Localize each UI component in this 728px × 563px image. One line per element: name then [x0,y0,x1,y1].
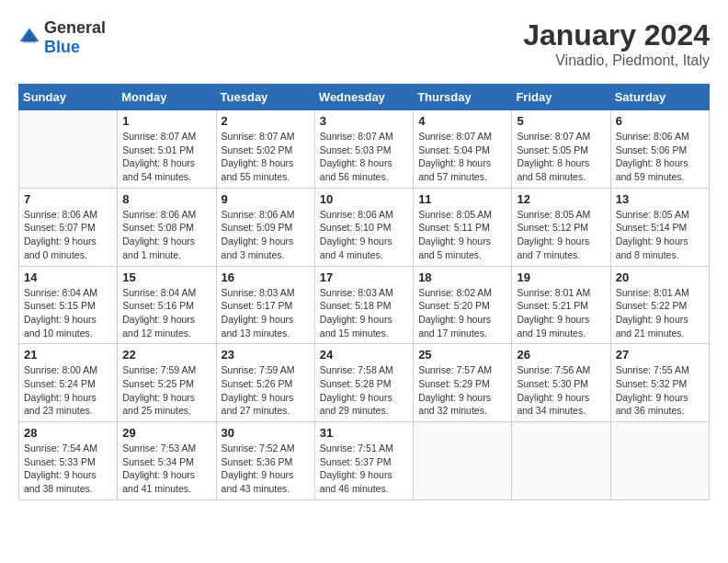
header-tuesday: Tuesday [216,85,314,110]
day-number: 11 [418,192,506,206]
day-cell [610,422,709,500]
day-info: Sunrise: 8:06 AMSunset: 5:09 PMDaylight:… [222,208,310,262]
header-monday: Monday [118,85,216,110]
day-number: 21 [24,348,112,362]
day-info: Sunrise: 8:03 AMSunset: 5:17 PMDaylight:… [222,286,310,340]
day-info: Sunrise: 8:02 AMSunset: 5:20 PMDaylight:… [418,286,506,340]
day-cell: 23Sunrise: 7:59 AMSunset: 5:26 PMDayligh… [216,344,314,422]
day-number: 14 [24,270,112,284]
day-number: 28 [24,426,112,440]
logo-text: General Blue [44,18,106,57]
day-info: Sunrise: 8:05 AMSunset: 5:14 PMDaylight:… [616,208,704,262]
day-cell: 6Sunrise: 8:06 AMSunset: 5:06 PMDaylight… [610,110,709,189]
logo-blue: Blue [44,38,80,56]
header-friday: Friday [512,85,610,110]
day-number: 15 [122,270,210,284]
day-cell: 7Sunrise: 8:06 AMSunset: 5:07 PMDaylight… [19,188,118,266]
page-header: General Blue January 2024 Vinadio, Piedm… [18,18,710,69]
day-info: Sunrise: 8:07 AMSunset: 5:05 PMDaylight:… [517,130,605,184]
day-number: 26 [517,348,605,362]
calendar-table: SundayMondayTuesdayWednesdayThursdayFrid… [18,84,710,500]
day-info: Sunrise: 8:05 AMSunset: 5:11 PMDaylight:… [418,208,506,262]
day-cell: 11Sunrise: 8:05 AMSunset: 5:11 PMDayligh… [414,188,512,266]
day-info: Sunrise: 8:04 AMSunset: 5:16 PMDaylight:… [122,286,210,340]
day-cell: 26Sunrise: 7:56 AMSunset: 5:30 PMDayligh… [512,344,610,422]
header-sunday: Sunday [19,85,118,110]
day-info: Sunrise: 7:52 AMSunset: 5:36 PMDaylight:… [222,442,310,496]
logo-general: General [44,18,106,37]
day-number: 23 [222,348,310,362]
day-number: 30 [222,426,310,440]
day-info: Sunrise: 8:06 AMSunset: 5:08 PMDaylight:… [122,208,210,262]
day-cell: 22Sunrise: 7:59 AMSunset: 5:25 PMDayligh… [118,344,216,422]
day-info: Sunrise: 7:54 AMSunset: 5:33 PMDaylight:… [24,442,112,496]
day-cell: 25Sunrise: 7:57 AMSunset: 5:29 PMDayligh… [414,344,512,422]
day-number: 25 [418,348,506,362]
day-number: 29 [122,426,210,440]
day-number: 1 [122,114,210,128]
day-cell: 5Sunrise: 8:07 AMSunset: 5:05 PMDaylight… [512,110,610,189]
day-info: Sunrise: 7:56 AMSunset: 5:30 PMDaylight:… [517,363,605,418]
logo-icon [18,27,40,49]
week-row-4: 21Sunrise: 8:00 AMSunset: 5:24 PMDayligh… [19,344,710,422]
day-number: 18 [418,270,506,284]
day-cell: 8Sunrise: 8:06 AMSunset: 5:08 PMDaylight… [118,188,216,266]
day-info: Sunrise: 7:53 AMSunset: 5:34 PMDaylight:… [122,442,210,496]
week-row-2: 7Sunrise: 8:06 AMSunset: 5:07 PMDaylight… [19,188,710,266]
day-info: Sunrise: 8:04 AMSunset: 5:15 PMDaylight:… [24,286,112,340]
day-number: 13 [616,192,704,206]
day-info: Sunrise: 7:59 AMSunset: 5:25 PMDaylight:… [122,363,210,418]
week-row-5: 28Sunrise: 7:54 AMSunset: 5:33 PMDayligh… [19,422,710,500]
day-cell: 30Sunrise: 7:52 AMSunset: 5:36 PMDayligh… [216,422,314,500]
day-number: 5 [517,114,605,128]
day-number: 10 [320,192,408,206]
day-info: Sunrise: 8:01 AMSunset: 5:21 PMDaylight:… [517,286,605,340]
day-cell [19,110,118,189]
day-cell: 24Sunrise: 7:58 AMSunset: 5:28 PMDayligh… [314,344,413,422]
day-cell: 29Sunrise: 7:53 AMSunset: 5:34 PMDayligh… [118,422,216,500]
day-cell: 10Sunrise: 8:06 AMSunset: 5:10 PMDayligh… [314,188,413,266]
day-number: 20 [616,270,704,284]
week-row-1: 1Sunrise: 8:07 AMSunset: 5:01 PMDaylight… [19,110,710,189]
day-info: Sunrise: 8:07 AMSunset: 5:01 PMDaylight:… [122,130,210,184]
day-cell: 15Sunrise: 8:04 AMSunset: 5:16 PMDayligh… [118,266,216,344]
day-cell: 20Sunrise: 8:01 AMSunset: 5:22 PMDayligh… [610,266,709,344]
day-cell: 14Sunrise: 8:04 AMSunset: 5:15 PMDayligh… [19,266,118,344]
day-cell: 12Sunrise: 8:05 AMSunset: 5:12 PMDayligh… [512,188,610,266]
day-info: Sunrise: 8:03 AMSunset: 5:18 PMDaylight:… [320,286,408,340]
day-cell: 17Sunrise: 8:03 AMSunset: 5:18 PMDayligh… [314,266,413,344]
day-number: 17 [320,270,408,284]
day-info: Sunrise: 7:58 AMSunset: 5:28 PMDaylight:… [320,363,408,418]
day-cell: 28Sunrise: 7:54 AMSunset: 5:33 PMDayligh… [19,422,118,500]
day-number: 24 [320,348,408,362]
week-row-3: 14Sunrise: 8:04 AMSunset: 5:15 PMDayligh… [19,266,710,344]
calendar-title: January 2024 [523,18,710,52]
day-cell: 21Sunrise: 8:00 AMSunset: 5:24 PMDayligh… [19,344,118,422]
day-info: Sunrise: 7:51 AMSunset: 5:37 PMDaylight:… [320,442,408,496]
calendar-title-area: January 2024 Vinadio, Piedmont, Italy [523,18,710,69]
header-saturday: Saturday [610,85,709,110]
day-cell: 19Sunrise: 8:01 AMSunset: 5:21 PMDayligh… [512,266,610,344]
day-info: Sunrise: 8:05 AMSunset: 5:12 PMDaylight:… [517,208,605,262]
day-cell: 13Sunrise: 8:05 AMSunset: 5:14 PMDayligh… [610,188,709,266]
header-thursday: Thursday [414,85,512,110]
day-info: Sunrise: 8:06 AMSunset: 5:10 PMDaylight:… [320,208,408,262]
day-cell [512,422,610,500]
day-number: 31 [320,426,408,440]
day-number: 16 [222,270,310,284]
day-number: 8 [122,192,210,206]
day-info: Sunrise: 8:07 AMSunset: 5:02 PMDaylight:… [222,130,310,184]
day-number: 27 [616,348,704,362]
day-cell: 2Sunrise: 8:07 AMSunset: 5:02 PMDaylight… [216,110,314,189]
day-cell: 16Sunrise: 8:03 AMSunset: 5:17 PMDayligh… [216,266,314,344]
day-number: 19 [517,270,605,284]
day-cell: 4Sunrise: 8:07 AMSunset: 5:04 PMDaylight… [414,110,512,189]
logo: General Blue [18,18,106,57]
day-info: Sunrise: 8:00 AMSunset: 5:24 PMDaylight:… [24,363,112,418]
day-cell: 18Sunrise: 8:02 AMSunset: 5:20 PMDayligh… [414,266,512,344]
header-wednesday: Wednesday [314,85,413,110]
day-cell: 27Sunrise: 7:55 AMSunset: 5:32 PMDayligh… [610,344,709,422]
day-cell: 1Sunrise: 8:07 AMSunset: 5:01 PMDaylight… [118,110,216,189]
day-number: 6 [616,114,704,128]
day-info: Sunrise: 8:07 AMSunset: 5:04 PMDaylight:… [418,130,506,184]
